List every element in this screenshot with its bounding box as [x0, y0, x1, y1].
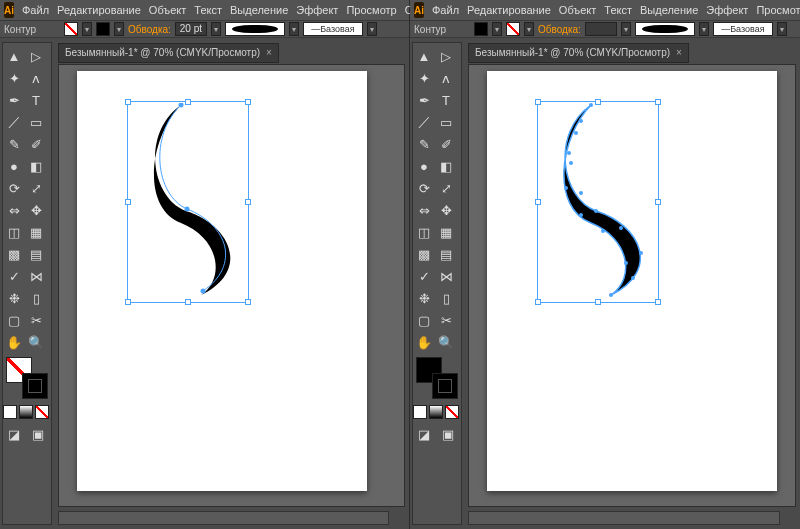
color-mode-gradient-icon[interactable]	[429, 405, 443, 419]
blob-brush-tool-icon[interactable]: ●	[413, 155, 435, 177]
magic-wand-tool-icon[interactable]: ✦	[413, 67, 435, 89]
type-tool-icon[interactable]: T	[435, 89, 457, 111]
menu-select[interactable]: Выделение	[230, 4, 288, 16]
scale-tool-icon[interactable]: ⤢	[25, 177, 47, 199]
color-mode-solid-icon[interactable]	[413, 405, 427, 419]
slice-tool-icon[interactable]: ✂	[25, 309, 47, 331]
symbol-spray-tool-icon[interactable]: ❉	[413, 287, 435, 309]
width-tool-icon[interactable]: ⇔	[413, 199, 435, 221]
stroke-swatch[interactable]	[506, 22, 520, 36]
eyedropper-tool-icon[interactable]: ✓	[413, 265, 435, 287]
direct-select-tool-icon[interactable]: ▷	[25, 45, 47, 67]
graph-tool-icon[interactable]: ▯	[25, 287, 47, 309]
blend-tool-icon[interactable]: ⋈	[25, 265, 47, 287]
brush-dropdown-icon[interactable]: ▾	[289, 22, 299, 36]
menu-edit[interactable]: Редактирование	[467, 4, 551, 16]
color-mode-none-icon[interactable]	[445, 405, 459, 419]
menu-object[interactable]: Объект	[149, 4, 186, 16]
pen-tool-icon[interactable]: ✒	[3, 89, 25, 111]
stroke-weight-input[interactable]	[585, 22, 617, 36]
line-tool-icon[interactable]: ／	[3, 111, 25, 133]
selection-tool-icon[interactable]: ▲	[3, 45, 25, 67]
mesh-tool-icon[interactable]: ▩	[413, 243, 435, 265]
blob-brush-tool-icon[interactable]: ●	[3, 155, 25, 177]
brush-preview[interactable]	[225, 22, 285, 36]
fill-stroke-control[interactable]	[416, 357, 458, 399]
menu-file[interactable]: Файл	[22, 4, 49, 16]
rotate-tool-icon[interactable]: ⟳	[3, 177, 25, 199]
selection-bbox[interactable]	[537, 101, 659, 303]
stroke-link-label[interactable]: Обводка:	[128, 24, 171, 35]
eyedropper-tool-icon[interactable]: ✓	[3, 265, 25, 287]
perspective-tool-icon[interactable]: ▦	[435, 221, 457, 243]
gradient-tool-icon[interactable]: ▤	[435, 243, 457, 265]
artboard-tool-icon[interactable]: ▢	[3, 309, 25, 331]
close-icon[interactable]: ×	[676, 47, 682, 58]
draw-mode-icon[interactable]: ◪	[3, 423, 25, 445]
blend-tool-icon[interactable]: ⋈	[435, 265, 457, 287]
color-mode-solid-icon[interactable]	[3, 405, 17, 419]
artboard-tool-icon[interactable]: ▢	[413, 309, 435, 331]
color-mode-none-icon[interactable]	[35, 405, 49, 419]
fill-swatch[interactable]	[64, 22, 78, 36]
free-transform-tool-icon[interactable]: ✥	[435, 199, 457, 221]
stroke-weight-stepper-icon[interactable]: ▾	[211, 22, 221, 36]
stroke-dropdown-icon[interactable]: ▾	[114, 22, 124, 36]
screen-mode-icon[interactable]: ▣	[27, 423, 49, 445]
eraser-tool-icon[interactable]: ◧	[25, 155, 47, 177]
canvas-viewport[interactable]	[468, 64, 796, 507]
brush-preview[interactable]	[635, 22, 695, 36]
zoom-tool-icon[interactable]: 🔍	[25, 331, 47, 353]
width-tool-icon[interactable]: ⇔	[3, 199, 25, 221]
stroke-dropdown-icon[interactable]: ▾	[524, 22, 534, 36]
fill-swatch[interactable]	[474, 22, 488, 36]
stroke-weight-stepper-icon[interactable]: ▾	[621, 22, 631, 36]
direct-select-tool-icon[interactable]: ▷	[435, 45, 457, 67]
slice-tool-icon[interactable]: ✂	[435, 309, 457, 331]
stroke-weight-input[interactable]: 20 pt	[175, 22, 207, 36]
lasso-tool-icon[interactable]: ʌ	[435, 67, 457, 89]
menu-file[interactable]: Файл	[432, 4, 459, 16]
scale-tool-icon[interactable]: ⤢	[435, 177, 457, 199]
pencil-tool-icon[interactable]: ✐	[435, 133, 457, 155]
brush-dropdown-icon[interactable]: ▾	[699, 22, 709, 36]
fill-stroke-control[interactable]	[6, 357, 48, 399]
horizontal-scrollbar[interactable]	[58, 511, 389, 525]
menu-select[interactable]: Выделение	[640, 4, 698, 16]
draw-mode-icon[interactable]: ◪	[413, 423, 435, 445]
shape-builder-tool-icon[interactable]: ◫	[3, 221, 25, 243]
graph-tool-icon[interactable]: ▯	[435, 287, 457, 309]
menu-effect[interactable]: Эффект	[296, 4, 338, 16]
perspective-tool-icon[interactable]: ▦	[25, 221, 47, 243]
menu-view[interactable]: Просмотр	[346, 4, 396, 16]
color-mode-gradient-icon[interactable]	[19, 405, 33, 419]
fill-dropdown-icon[interactable]: ▾	[492, 22, 502, 36]
gradient-tool-icon[interactable]: ▤	[25, 243, 47, 265]
brush-tool-icon[interactable]: ✎	[413, 133, 435, 155]
hand-tool-icon[interactable]: ✋	[3, 331, 25, 353]
menu-object[interactable]: Объект	[559, 4, 596, 16]
screen-mode-icon[interactable]: ▣	[437, 423, 459, 445]
rotate-tool-icon[interactable]: ⟳	[413, 177, 435, 199]
shape-builder-tool-icon[interactable]: ◫	[413, 221, 435, 243]
mesh-tool-icon[interactable]: ▩	[3, 243, 25, 265]
menu-effect[interactable]: Эффект	[706, 4, 748, 16]
stroke-link-label[interactable]: Обводка:	[538, 24, 581, 35]
menu-text[interactable]: Текст	[194, 4, 222, 16]
style-dropdown-icon[interactable]: ▾	[367, 22, 377, 36]
document-tab[interactable]: Безымянный-1* @ 70% (CMYK/Просмотр) ×	[58, 43, 279, 63]
stroke-swatch[interactable]	[96, 22, 110, 36]
lasso-tool-icon[interactable]: ʌ	[25, 67, 47, 89]
stroke-box[interactable]	[432, 373, 458, 399]
menu-edit[interactable]: Редактирование	[57, 4, 141, 16]
hand-tool-icon[interactable]: ✋	[413, 331, 435, 353]
stroke-box[interactable]	[22, 373, 48, 399]
canvas-viewport[interactable]	[58, 64, 405, 507]
line-tool-icon[interactable]: ／	[413, 111, 435, 133]
menu-text[interactable]: Текст	[604, 4, 632, 16]
zoom-tool-icon[interactable]: 🔍	[435, 331, 457, 353]
selection-tool-icon[interactable]: ▲	[413, 45, 435, 67]
style-preview[interactable]: — Базовая	[713, 22, 773, 36]
horizontal-scrollbar[interactable]	[468, 511, 780, 525]
type-tool-icon[interactable]: T	[25, 89, 47, 111]
